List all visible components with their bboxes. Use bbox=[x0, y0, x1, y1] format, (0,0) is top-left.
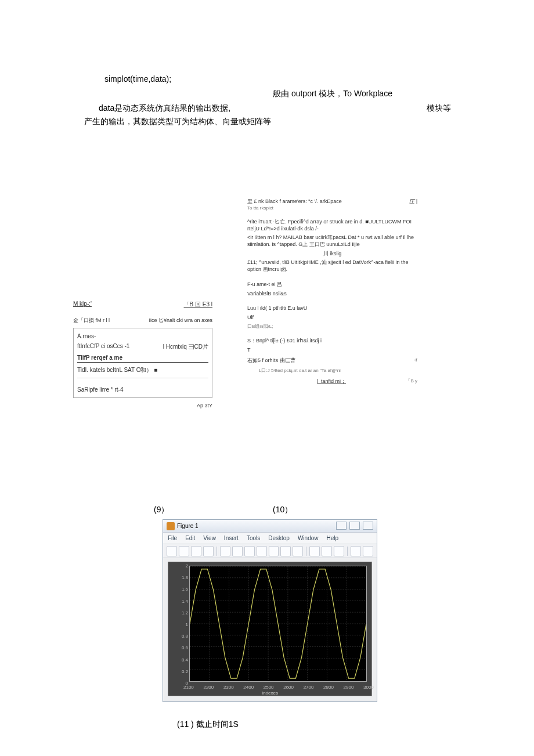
dialog-icon: 圧 | bbox=[409, 198, 417, 205]
field-label: ftInfcCfP ci osCcs -1 bbox=[77, 343, 129, 351]
menu-file[interactable]: File bbox=[168, 535, 177, 541]
y-tick-label: 1 bbox=[172, 622, 188, 627]
toolbar bbox=[163, 544, 377, 558]
tab-label: 金「口損 fM r l l bbox=[73, 317, 110, 324]
field-label: S：Bnpl^ ti[i± (-) £01 irf'I&i.itsdj i bbox=[247, 338, 417, 345]
y-tick-label: 0.2 bbox=[172, 669, 188, 674]
help-text: <ir i/tten m l h? MAILAB basr uciirk耳pac… bbox=[247, 234, 417, 248]
datacursor-icon[interactable] bbox=[280, 546, 291, 556]
x-tick-label: 2600 bbox=[283, 685, 294, 690]
field-label: 口B组in阳/L; bbox=[247, 324, 417, 330]
checkbox-label: Iice 匕¥nalt cki wra on axes bbox=[149, 317, 212, 324]
toolbar-sep bbox=[217, 547, 217, 556]
y-tick-label: 0.6 bbox=[172, 645, 188, 650]
field-label: Luu l ild( 1 ptl'itIti E.u lavU bbox=[247, 305, 417, 312]
block-subtitle: To tta rkspict bbox=[247, 205, 417, 211]
field-label: SaRipfe lirre * rt-4 bbox=[77, 386, 208, 393]
menubar: File Edit View Insert Tools Desktop Wind… bbox=[163, 533, 377, 544]
brush-icon[interactable] bbox=[293, 546, 303, 556]
field-label: A.rnes- bbox=[77, 333, 208, 339]
help-text: 川 iksiig bbox=[247, 251, 417, 258]
section-header: TiifP rerqef a me bbox=[77, 355, 208, 363]
y-tick-label: 0.4 bbox=[172, 657, 188, 663]
block-params-panel: 里 £ nk Black f arame'ers: "c '/. arkEpac… bbox=[244, 194, 421, 392]
hide-icon[interactable] bbox=[351, 546, 361, 556]
params-box: A.rnes- ftInfcCfP ci osCcs -1 l Hcmtxiq … bbox=[73, 328, 212, 398]
x-tick-label: 2400 bbox=[243, 685, 254, 690]
x-tick-label: 3000 bbox=[363, 685, 374, 690]
panel-titlebar-icons: 「B 回 E3 l bbox=[184, 301, 212, 309]
plot-axes-frame: 00.20.40.60.811.21.41.61.82 210022002300… bbox=[168, 562, 372, 696]
dock-icon[interactable] bbox=[363, 546, 373, 556]
apply-button[interactable]: Ap 3tY bbox=[73, 403, 212, 408]
menu-tools[interactable]: Tools bbox=[247, 535, 260, 541]
help-text: ^rite iTuart ·匕亡. Fpecifi^d array or str… bbox=[247, 219, 417, 232]
y-tick-label: 1.4 bbox=[172, 599, 188, 604]
y-tick-label: 1.8 bbox=[172, 575, 188, 580]
minimize-button[interactable] bbox=[336, 522, 347, 530]
x-tick-label: 2200 bbox=[203, 685, 214, 690]
y-tick-label: 2 bbox=[172, 563, 188, 569]
field-label: 右如5 f orhIts 由匚曹 bbox=[247, 357, 295, 364]
menu-view[interactable]: View bbox=[203, 535, 216, 541]
link-icon[interactable] bbox=[334, 546, 344, 556]
paragraph-fragment: 般由 outport 模块，To Workplace bbox=[273, 87, 392, 100]
toolbar-sep bbox=[347, 547, 348, 556]
plot-axes bbox=[189, 566, 367, 682]
colorbar-icon[interactable] bbox=[309, 546, 320, 556]
code-line: simplot(time,data); bbox=[104, 73, 171, 85]
help-note: L口:J 54ted pciq.nt da.t ar an "Ta ahjj^n… bbox=[259, 368, 417, 374]
menu-insert[interactable]: Insert bbox=[224, 535, 239, 541]
x-tick-label: 2800 bbox=[323, 685, 334, 690]
figure-label-11: (11 ) 截止时间1S bbox=[177, 719, 239, 730]
figure-label-10: (10） bbox=[273, 505, 293, 515]
help-text: £11; ^uruvsiid, tliB UitItkjpHME ,汕 sjje… bbox=[247, 259, 417, 273]
new-icon[interactable] bbox=[167, 546, 177, 556]
window-titlebar: Figure 1 bbox=[163, 520, 377, 533]
section-label: F-u ame-t ei 呂 bbox=[247, 281, 417, 288]
paragraph-fragment: 模块等 bbox=[427, 102, 451, 114]
x-tick-label: 2700 bbox=[304, 685, 314, 690]
paragraph-fragment: data是动态系统仿真结果的输出数据, bbox=[99, 102, 230, 114]
window-controls bbox=[335, 522, 373, 531]
menu-desktop[interactable]: Desktop bbox=[268, 535, 290, 541]
paragraph-fragment: 产生的输出，其数据类型可为结构体、向量或矩阵等 bbox=[84, 115, 271, 128]
figure-label-9: (9） bbox=[154, 505, 169, 515]
menu-help[interactable]: Help bbox=[327, 535, 339, 541]
x-tick-label: 2900 bbox=[344, 685, 354, 690]
legend-icon[interactable] bbox=[322, 546, 332, 556]
field-value: Ulf bbox=[247, 314, 417, 321]
field-value: -r bbox=[414, 357, 417, 364]
rotate-icon[interactable] bbox=[269, 546, 279, 556]
zoomin-icon[interactable] bbox=[232, 546, 243, 556]
plot-svg bbox=[190, 566, 366, 681]
save-icon[interactable] bbox=[191, 546, 201, 556]
x-tick-label: 2300 bbox=[223, 685, 234, 690]
x-axis-label: Indexes bbox=[168, 690, 371, 696]
menu-edit[interactable]: Edit bbox=[185, 535, 195, 541]
pointer-icon[interactable] bbox=[220, 546, 230, 556]
matlab-figure-window: Figure 1 File Edit View Insert Tools Des… bbox=[163, 519, 377, 702]
field-value: T bbox=[247, 347, 417, 354]
open-icon[interactable] bbox=[179, 546, 189, 556]
print-icon[interactable] bbox=[203, 546, 214, 556]
zoomout-icon[interactable] bbox=[244, 546, 255, 556]
dialog-title: 里 £ nk Black f arame'ers: "c '/. arkEpac… bbox=[247, 198, 342, 205]
y-tick-label: 1.2 bbox=[172, 610, 188, 616]
panel-title: M kip-:' bbox=[73, 301, 92, 309]
pan-icon[interactable] bbox=[257, 546, 267, 556]
button-label[interactable]: l_tanfid mi； bbox=[317, 378, 346, 385]
menu-window[interactable]: Window bbox=[298, 535, 319, 541]
button-label[interactable]: 「B y bbox=[406, 378, 417, 385]
window-title: Figure 1 bbox=[177, 523, 199, 529]
scope-params-panel: M kip-:' 「B 回 E3 l 金「口損 fM r l l Iice 匕¥… bbox=[73, 301, 212, 408]
x-tick-label: 2100 bbox=[183, 685, 194, 690]
y-tick-label: 0.8 bbox=[172, 634, 188, 639]
close-button[interactable] bbox=[363, 522, 373, 530]
field-label: VariablBlB nsii&s bbox=[247, 291, 417, 298]
app-icon bbox=[167, 522, 175, 530]
y-tick-label: 1.6 bbox=[172, 587, 188, 592]
field-label: TidI. katels bcItnL SAT O和） ■ bbox=[77, 366, 208, 374]
maximize-button[interactable] bbox=[349, 522, 360, 530]
toolbar-sep bbox=[306, 547, 306, 556]
